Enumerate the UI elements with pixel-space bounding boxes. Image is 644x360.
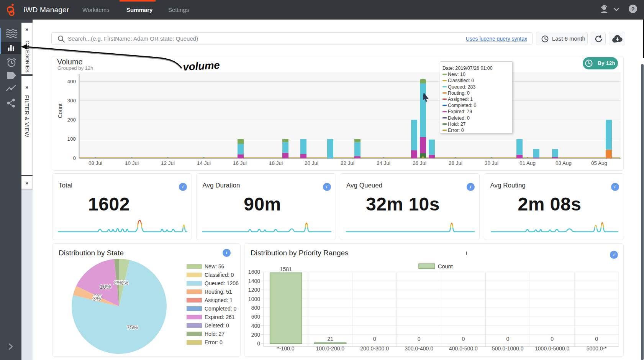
svg-text:400: 400 <box>251 323 261 329</box>
svg-text:1400: 1400 <box>248 278 260 284</box>
svg-text:300.0-400.0: 300.0-400.0 <box>405 345 433 352</box>
svg-text:03 Aug: 03 Aug <box>556 160 572 166</box>
svg-text:16 Jul: 16 Jul <box>233 160 247 166</box>
svg-text:0: 0 <box>551 336 554 342</box>
svg-text:20 Jul: 20 Jul <box>305 160 318 166</box>
svg-text:0: 0 <box>595 336 598 342</box>
svg-text:800: 800 <box>251 305 261 311</box>
svg-text:0: 0 <box>73 155 76 161</box>
svg-text:08 Jul: 08 Jul <box>88 160 102 166</box>
svg-text:05 Aug: 05 Aug <box>591 160 607 166</box>
svg-text:100.0-200.0: 100.0-200.0 <box>316 345 344 352</box>
svg-text:1000.0-5000.0: 1000.0-5000.0 <box>535 345 570 352</box>
svg-text:200.0-300.0: 200.0-300.0 <box>360 345 389 352</box>
svg-text:28 Jul: 28 Jul <box>449 160 462 166</box>
svg-text:1581: 1581 <box>280 266 292 272</box>
svg-text:1600: 1600 <box>248 269 260 275</box>
svg-text:01 Aug: 01 Aug <box>519 160 536 166</box>
svg-text:0: 0 <box>462 336 465 342</box>
svg-text:16%: 16% <box>100 283 111 290</box>
svg-text:2%: 2% <box>114 279 122 286</box>
svg-text:10 Jul: 10 Jul <box>125 160 139 166</box>
svg-text:500.0-1000.0: 500.0-1000.0 <box>492 345 524 352</box>
svg-text:100: 100 <box>67 136 76 142</box>
svg-text:200: 200 <box>251 332 261 338</box>
svg-text:*-100.0: *-100.0 <box>277 345 294 352</box>
svg-text:Count: Count <box>438 263 453 270</box>
svg-text:0: 0 <box>257 340 260 347</box>
svg-text:volume: volume <box>183 59 220 73</box>
svg-text:30 Jul: 30 Jul <box>485 160 498 166</box>
svg-text:Count: Count <box>57 104 63 118</box>
svg-text:200: 200 <box>67 117 76 123</box>
svg-text:12 Jul: 12 Jul <box>161 160 175 166</box>
svg-text:1200: 1200 <box>248 287 260 293</box>
svg-text:21: 21 <box>327 336 333 342</box>
svg-text:1000: 1000 <box>248 296 260 302</box>
svg-text:600: 600 <box>251 314 261 320</box>
svg-text:?: ? <box>631 6 634 12</box>
svg-text:3%: 3% <box>93 295 101 302</box>
svg-text:26 Jul: 26 Jul <box>413 160 426 166</box>
svg-text:18 Jul: 18 Jul <box>269 160 283 166</box>
svg-text:0: 0 <box>506 336 509 342</box>
svg-text:5000.0-*: 5000.0-* <box>587 345 607 352</box>
svg-text:75%: 75% <box>126 324 138 330</box>
svg-text:300: 300 <box>67 98 76 104</box>
svg-text:400.0-500.0: 400.0-500.0 <box>449 345 478 352</box>
svg-text:14 Jul: 14 Jul <box>197 160 211 166</box>
svg-text:24 Jul: 24 Jul <box>377 160 390 166</box>
svg-text:0: 0 <box>418 336 421 342</box>
svg-text:0: 0 <box>373 336 376 342</box>
svg-text:22 Jul: 22 Jul <box>341 160 354 166</box>
